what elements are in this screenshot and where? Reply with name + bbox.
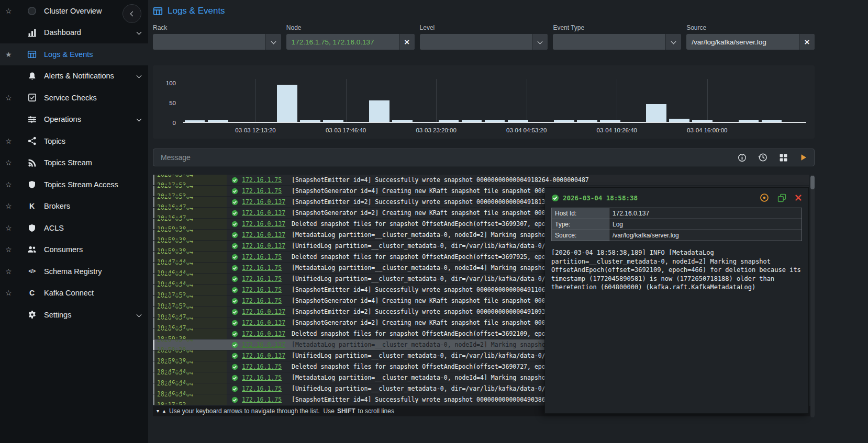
sidebar-item-alerts-notifications[interactable]: ☆ Alerts & Notifications (0, 65, 148, 87)
log-row[interactable]: 2026-03-04 20:17:53 172.16.1.75 [Snapsho… (153, 175, 809, 185)
histogram-bar[interactable] (508, 120, 528, 122)
log-timestamp: 2026-03-04 20:17:53 (154, 186, 227, 196)
histogram-bar[interactable] (669, 119, 689, 122)
node-filter-input[interactable]: 172.16.1.75, 172.16.0.137 × (286, 34, 415, 50)
node-link[interactable]: 172.16.1.75 (242, 275, 292, 282)
star-icon[interactable]: ☆ (5, 158, 16, 167)
node-link[interactable]: 172.16.0.137 (242, 220, 292, 228)
node-link[interactable]: 172.16.0.137 (242, 231, 292, 238)
log-scrollbar[interactable] (810, 175, 815, 417)
node-link[interactable]: 172.16.1.75 (242, 286, 292, 293)
success-check-icon (231, 364, 238, 370)
detail-field-label: Source: (552, 230, 609, 241)
node-link[interactable]: 172.16.1.75 (242, 253, 292, 260)
chevron-down-icon[interactable] (137, 115, 141, 124)
node-link[interactable]: 172.16.1.75 (242, 385, 292, 392)
filter-level: Level (420, 24, 548, 50)
histogram-bar[interactable] (300, 120, 320, 122)
histogram-bar[interactable] (600, 120, 620, 122)
sidebar-collapse-button[interactable] (123, 4, 141, 23)
star-icon[interactable]: ☆ (5, 224, 16, 232)
scrollbar-thumb[interactable] (810, 176, 815, 189)
sidebar-item-topics[interactable]: ☆ Topics (0, 130, 148, 152)
star-icon[interactable]: ☆ (5, 267, 16, 276)
star-icon[interactable]: ☆ (5, 7, 16, 15)
locate-target-icon[interactable] (760, 193, 769, 202)
x-tick-label: 03-03 12:13:20 (235, 127, 275, 133)
node-link[interactable]: 172.16.0.137 (242, 209, 292, 217)
node-link[interactable]: 172.16.0.137 (242, 242, 292, 249)
info-icon[interactable] (738, 153, 747, 162)
node-link[interactable]: 172.16.1.75 (242, 187, 292, 195)
histogram-bar[interactable] (369, 100, 390, 122)
sidebar-item-logs-events[interactable]: ★ Logs & Events (0, 43, 148, 65)
message-search-input[interactable] (160, 153, 731, 162)
chevron-down-icon[interactable] (265, 34, 281, 50)
sidebar-item-brokers[interactable]: ☆ K Brokers (0, 196, 148, 218)
clear-icon[interactable]: × (399, 34, 415, 50)
level-select[interactable] (420, 34, 548, 50)
node-link[interactable]: 172.16.1.75 (242, 396, 292, 403)
chevron-down-icon[interactable] (137, 310, 141, 320)
star-icon[interactable]: ☆ (5, 202, 16, 210)
node-link[interactable]: 172.16.0.137 (242, 319, 292, 326)
sidebar-item-kafka-connect[interactable]: ☆ C Kafka Connect (0, 282, 148, 304)
node-link[interactable]: 172.16.0.137 (242, 330, 292, 337)
chevron-left-icon (130, 11, 136, 16)
histogram-bar[interactable] (277, 85, 297, 122)
sidebar-item-consumers[interactable]: ☆ Consumers (0, 239, 148, 261)
histogram-bar[interactable] (462, 120, 482, 122)
sidebar-item-settings[interactable]: ☆ Settings (0, 304, 148, 326)
grid-view-icon[interactable] (779, 153, 788, 162)
source-filter-input[interactable]: /var/log/kafka/server.log × (686, 34, 815, 50)
histogram-bar[interactable] (554, 120, 574, 122)
histogram-bar[interactable] (485, 120, 505, 122)
node-link[interactable]: 172.16.0.137 (242, 308, 292, 315)
node-link[interactable]: 172.16.1.75 (242, 363, 292, 370)
node-link[interactable]: 172.16.1.75 (242, 297, 292, 304)
star-icon[interactable]: ★ (5, 50, 16, 59)
sidebar-item-dashboard[interactable]: ☆ Dashboard (0, 22, 148, 44)
clear-icon[interactable]: × (799, 34, 815, 50)
chevron-down-icon[interactable] (532, 34, 548, 50)
sidebar-item-topics-stream[interactable]: ☆ Topics Stream (0, 152, 148, 174)
star-icon[interactable]: ☆ (5, 245, 16, 254)
event-detail-panel: 2026-03-04 18:58:38 (544, 187, 809, 414)
node-link[interactable]: 172.16.1.75 (242, 374, 292, 381)
histogram-bar[interactable] (208, 120, 228, 122)
chevron-down-icon[interactable] (137, 71, 141, 81)
histogram-bar[interactable] (739, 120, 759, 122)
x-tick-label: 03-04 16:00:00 (687, 127, 727, 133)
node-link[interactable]: 172.16.1.75 (242, 176, 292, 184)
histogram-bar[interactable] (392, 120, 413, 122)
chevron-down-icon[interactable] (137, 28, 141, 37)
play-icon[interactable] (799, 153, 808, 162)
histogram-bar[interactable] (762, 120, 782, 122)
node-link[interactable]: 172.16.0.137 (242, 341, 292, 348)
histogram-bar[interactable] (577, 120, 597, 122)
sidebar-item-acls[interactable]: ☆ ACLS (0, 217, 148, 239)
sidebar-item-operations[interactable]: ☆ Operations (0, 109, 148, 131)
log-timestamp: 2026-03-04 18:46:44 (154, 372, 227, 383)
histogram-bar[interactable] (323, 120, 343, 122)
chevron-down-icon[interactable] (665, 34, 681, 50)
star-icon[interactable]: ☆ (5, 180, 16, 189)
star-icon[interactable]: ☆ (5, 137, 16, 145)
star-icon[interactable]: ☆ (5, 94, 16, 102)
histogram-bar[interactable] (646, 104, 666, 122)
history-clock-icon[interactable] (758, 153, 767, 162)
sidebar-item-topics-stream-access[interactable]: ☆ Topics Stream Access (0, 174, 148, 196)
node-link[interactable]: 172.16.1.75 (242, 264, 292, 271)
node-link[interactable]: 172.16.0.137 (242, 198, 292, 206)
sidebar-item-service-checks[interactable]: ☆ Service Checks (0, 87, 148, 109)
histogram-bar[interactable] (185, 120, 205, 122)
histogram-bar[interactable] (439, 120, 459, 122)
star-icon[interactable]: ☆ (5, 289, 16, 297)
histogram-bar[interactable] (692, 120, 713, 122)
rack-select[interactable] (153, 34, 281, 50)
close-icon[interactable] (795, 194, 802, 201)
node-link[interactable]: 172.16.0.137 (242, 352, 292, 359)
event-type-select[interactable] (553, 34, 681, 50)
copy-icon[interactable] (777, 194, 786, 202)
sidebar-item-schema-registry[interactable]: ☆ </> Schema Registry (0, 260, 148, 282)
